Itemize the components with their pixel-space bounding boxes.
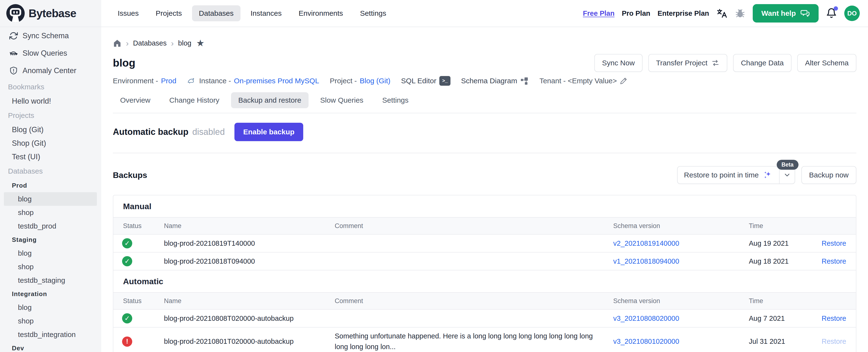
status-icon: ! bbox=[122, 337, 132, 347]
bug-icon[interactable] bbox=[735, 8, 745, 19]
column-comment: Comment bbox=[335, 297, 613, 305]
sql-editor-link[interactable]: SQL Editor >_ bbox=[401, 76, 451, 86]
backup-row: ✓ blog-prod-20210818T094000 v1_202108180… bbox=[113, 253, 856, 270]
meta-label: Environment - bbox=[113, 77, 158, 85]
meta-label: Project - bbox=[330, 77, 357, 85]
title-row: blog Sync Now Transfer Project Change Da… bbox=[113, 56, 857, 70]
sidebar-project-shop[interactable]: Shop (Git) bbox=[0, 136, 101, 150]
sync-icon bbox=[9, 31, 18, 40]
sidebar-item-label: Anomaly Center bbox=[23, 66, 76, 75]
sidebar-db-integration-testdb[interactable]: testdb_integration bbox=[4, 328, 97, 341]
tab-slow-queries[interactable]: Slow Queries bbox=[313, 92, 371, 108]
notifications-bell[interactable] bbox=[826, 8, 837, 19]
button-label: Transfer Project bbox=[656, 59, 707, 67]
button-label: Alter Schema bbox=[805, 59, 848, 67]
schema-diagram-link[interactable]: Schema Diagram bbox=[461, 76, 529, 85]
enable-backup-button[interactable]: Enable backup bbox=[235, 123, 303, 141]
sidebar-project-test[interactable]: Test (UI) bbox=[0, 150, 101, 164]
sidebar-item-anomaly-center[interactable]: Anomaly Center bbox=[0, 62, 101, 79]
restore-link[interactable]: Restore bbox=[822, 239, 846, 247]
project-link[interactable]: Blog (Git) bbox=[360, 77, 391, 85]
tab-change-history[interactable]: Change History bbox=[162, 92, 227, 108]
backup-now-button[interactable]: Backup now bbox=[801, 166, 857, 184]
backup-row: ✓ blog-prod-20210808T020000-autobackup v… bbox=[113, 310, 856, 327]
sidebar-db-integration-shop[interactable]: shop bbox=[4, 314, 97, 328]
chevron-right-icon: › bbox=[171, 39, 174, 47]
avatar[interactable]: DO bbox=[844, 6, 860, 21]
sidebar-db-staging-shop[interactable]: shop bbox=[4, 260, 97, 274]
divider bbox=[113, 153, 857, 153]
breadcrumb-databases[interactable]: Databases bbox=[133, 39, 166, 47]
bytebase-logo-icon[interactable] bbox=[6, 4, 25, 23]
schema-version-link[interactable]: v3_20210801020000 bbox=[613, 338, 679, 345]
chevron-down-icon bbox=[783, 171, 791, 179]
bookmark-star-icon[interactable]: ★ bbox=[196, 38, 205, 48]
sync-now-button[interactable]: Sync Now bbox=[594, 54, 643, 72]
nav-item-databases[interactable]: Databases bbox=[192, 5, 240, 21]
status-icon: ✓ bbox=[122, 313, 132, 323]
want-help-label: Want help bbox=[762, 9, 796, 18]
schema-version-link[interactable]: v1_20210818094000 bbox=[613, 257, 679, 265]
sidebar-section-projects: Projects bbox=[0, 108, 101, 123]
pro-plan-label[interactable]: Pro Plan bbox=[622, 9, 650, 18]
home-icon[interactable] bbox=[113, 39, 122, 47]
restore-link[interactable]: Restore bbox=[822, 257, 846, 265]
mysql-icon bbox=[187, 76, 196, 86]
sidebar-db-staging-blog[interactable]: blog bbox=[4, 247, 97, 260]
sidebar-project-blog[interactable]: Blog (Git) bbox=[0, 123, 101, 136]
breadcrumb-blog[interactable]: blog bbox=[178, 39, 191, 47]
enterprise-plan-label[interactable]: Enterprise Plan bbox=[657, 9, 709, 18]
sparkle-icon bbox=[763, 170, 773, 180]
change-data-button[interactable]: Change Data bbox=[733, 54, 792, 72]
tab-overview[interactable]: Overview bbox=[113, 92, 158, 108]
sidebar-db-prod-shop[interactable]: shop bbox=[4, 206, 97, 219]
tab-backup-and-restore[interactable]: Backup and restore bbox=[231, 92, 309, 108]
automatic-backup-label: Automatic backup bbox=[113, 127, 188, 137]
instance-link[interactable]: On-premises Prod MySQL bbox=[234, 77, 319, 85]
tab-settings[interactable]: Settings bbox=[375, 92, 415, 108]
brand-name[interactable]: Bytebase bbox=[29, 7, 76, 20]
free-plan-link[interactable]: Free Plan bbox=[583, 9, 615, 18]
schema-version-link[interactable]: v2_20210819140000 bbox=[613, 239, 679, 247]
nav-item-environments[interactable]: Environments bbox=[292, 5, 350, 21]
want-help-button[interactable]: Want help bbox=[753, 4, 818, 23]
sidebar-db-prod-blog[interactable]: blog bbox=[4, 192, 97, 206]
notification-dot bbox=[834, 6, 838, 11]
sidebar-item-slow-queries[interactable]: Slow Queries bbox=[0, 44, 101, 62]
sidebar-db-staging-testdb[interactable]: testdb_staging bbox=[4, 274, 97, 287]
button-label: Sync Now bbox=[602, 59, 635, 67]
sidebar-item-label: Slow Queries bbox=[23, 49, 67, 58]
sidebar-bookmark-hello-world[interactable]: Hello world! bbox=[0, 94, 101, 108]
pencil-icon[interactable] bbox=[620, 77, 627, 85]
column-comment: Comment bbox=[335, 222, 613, 230]
breadcrumb: › Databases › blog ★ bbox=[113, 38, 857, 48]
transfer-project-button[interactable]: Transfer Project bbox=[648, 54, 727, 72]
topbar-right: Free Plan Pro Plan Enterprise Plan Want … bbox=[583, 4, 868, 23]
button-label: Change Data bbox=[741, 59, 784, 67]
meta-project: Project - Blog (Git) bbox=[330, 77, 391, 85]
nav-item-settings[interactable]: Settings bbox=[353, 5, 393, 21]
restore-link[interactable]: Restore bbox=[822, 315, 846, 322]
divider bbox=[113, 113, 857, 113]
backup-name: blog-prod-20210819T140000 bbox=[164, 239, 335, 248]
sidebar-section-bookmarks: Bookmarks bbox=[0, 79, 101, 94]
nav-item-projects[interactable]: Projects bbox=[149, 5, 189, 21]
restore-point-in-time-button[interactable]: Beta Restore to point in time bbox=[677, 166, 795, 184]
sidebar-item-sync-schema[interactable]: Sync Schema bbox=[0, 27, 101, 44]
schema-diagram-icon bbox=[520, 76, 529, 85]
status-icon: ✓ bbox=[122, 256, 132, 266]
database-meta: Environment - Prod Instance - On-premise… bbox=[113, 75, 857, 86]
column-time: Time bbox=[749, 297, 819, 305]
schema-version-link[interactable]: v3_20210808020000 bbox=[613, 315, 679, 322]
nav-item-issues[interactable]: Issues bbox=[111, 5, 146, 21]
backup-comment: Something unfortunate happened. Here is … bbox=[335, 331, 613, 352]
sidebar-db-integration-blog[interactable]: blog bbox=[4, 301, 97, 314]
manual-backups-table: ✓ blog-prod-20210819T140000 v2_202108191… bbox=[113, 234, 856, 270]
translate-icon[interactable] bbox=[716, 8, 727, 19]
nav-item-instances[interactable]: Instances bbox=[244, 5, 288, 21]
manual-section-title: Manual bbox=[113, 195, 856, 217]
sidebar-db-prod-testdb[interactable]: testdb_prod bbox=[4, 219, 97, 233]
tenant-label: Tenant - <Empty Value> bbox=[539, 77, 617, 85]
alter-schema-button[interactable]: Alter Schema bbox=[797, 54, 857, 72]
environment-link[interactable]: Prod bbox=[161, 77, 176, 85]
